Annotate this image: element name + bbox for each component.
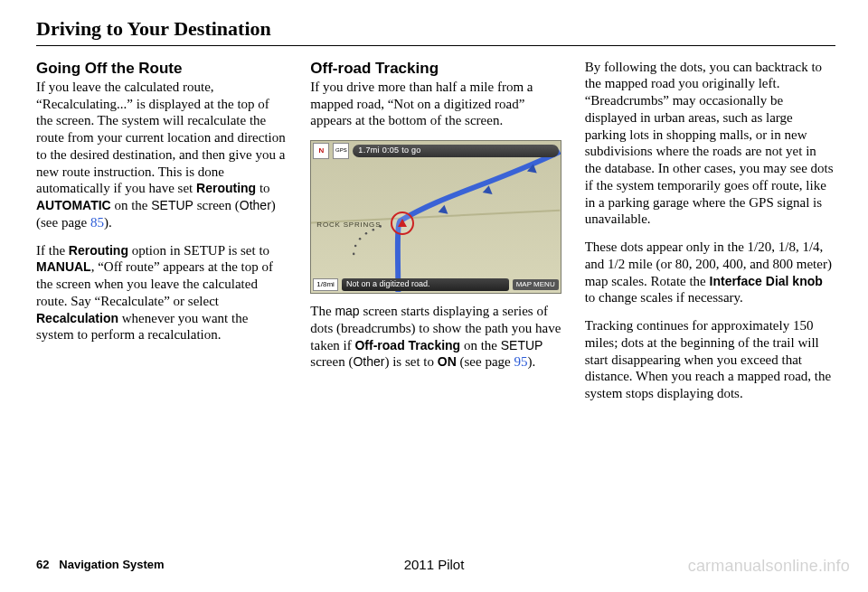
text: to: [256, 181, 269, 195]
term-map: map: [335, 304, 359, 318]
term-automatic: AUTOMATIC: [36, 198, 111, 212]
map-scale-badge: 1/8mi: [313, 278, 338, 291]
title-rule: [36, 45, 835, 46]
svg-marker-1: [483, 185, 493, 194]
north-indicator-icon: N: [313, 143, 329, 159]
col1-para1: If you leave the calculated route, “Reca…: [36, 79, 287, 231]
route-line-icon: [311, 141, 560, 292]
road-label: ROCK SPRINGS: [316, 221, 381, 230]
text: (see page: [457, 354, 514, 369]
svg-point-4: [365, 232, 368, 235]
svg-marker-2: [439, 205, 448, 214]
map-menu-button: MAP MENU: [513, 279, 559, 290]
svg-point-7: [353, 253, 355, 256]
col2-para2: The map screen starts displaying a serie…: [310, 303, 561, 371]
text: option in SETUP is set to: [128, 243, 269, 258]
content-columns: Going Off the Route If you leave the cal…: [36, 59, 835, 402]
term-interface-dial-knob: Interface Dial knob: [710, 274, 823, 288]
text: to change scales if necessary.: [585, 290, 743, 305]
term-recalculation: Recalculation: [36, 311, 118, 325]
text: ) is set to: [384, 354, 437, 369]
watermark: carmanualsonline.info: [688, 556, 850, 577]
text: screen (: [310, 354, 353, 369]
gps-indicator-icon: GPS: [333, 143, 349, 159]
term-rerouting: Rerouting: [69, 243, 128, 258]
nav-screenshot: N GPS 1.7mi 0:05 to go ROCK SPRINGS 1/8m…: [310, 140, 561, 294]
page-title: Driving to Your Destination: [36, 16, 835, 42]
svg-point-6: [354, 245, 357, 248]
col3-para3: Tracking continues for approximately 150…: [585, 317, 835, 402]
term-on: ON: [438, 354, 457, 369]
col2-para1: If you drive more than half a mile from …: [310, 79, 561, 129]
text: ).: [104, 215, 112, 230]
text: ).: [527, 354, 535, 369]
status-message: Not on a digitized road.: [342, 278, 509, 290]
text: If the: [36, 243, 69, 258]
term-other: Other: [240, 198, 271, 212]
term-setup: SETUP: [501, 338, 543, 352]
distance-time-strip: 1.7mi 0:05 to go: [353, 145, 558, 157]
term-setup: SETUP: [151, 198, 193, 212]
column-2: Off-road Tracking If you drive more than…: [310, 59, 561, 402]
text: If you leave the calculated route, “Reca…: [36, 80, 286, 196]
text: screen (: [193, 198, 240, 212]
term-offroad-tracking: Off-road Tracking: [354, 338, 460, 352]
col3-para2: These dots appear only in the 1/20, 1/8,…: [585, 239, 835, 306]
column-3: By following the dots, you can backtrack…: [585, 59, 835, 402]
screenshot-topbar: N GPS 1.7mi 0:05 to go: [311, 141, 560, 161]
term-manual: MANUAL: [36, 259, 91, 274]
section-name: Navigation System: [59, 558, 164, 571]
col3-para1: By following the dots, you can backtrack…: [585, 59, 835, 229]
page-link-95[interactable]: 95: [514, 354, 527, 369]
page-footer: 62 Navigation System: [36, 558, 165, 572]
model-year-footer: 2011 Pilot: [404, 557, 465, 574]
term-other: Other: [353, 354, 384, 369]
page-number: 62: [36, 558, 49, 571]
subhead-offroad-tracking: Off-road Tracking: [310, 59, 561, 78]
screenshot-bottombar: 1/8mi Not on a digitized road. MAP MENU: [311, 277, 560, 293]
svg-point-5: [359, 238, 362, 240]
subhead-going-off-route: Going Off the Route: [36, 59, 287, 78]
text: The: [310, 304, 335, 318]
col1-para2: If the Rerouting option in SETUP is set …: [36, 242, 287, 344]
page-link-85[interactable]: 85: [90, 215, 104, 230]
text: on the: [111, 198, 152, 212]
text: on the: [460, 338, 501, 352]
term-rerouting: Rerouting: [196, 181, 256, 195]
column-1: Going Off the Route If you leave the cal…: [36, 59, 287, 402]
